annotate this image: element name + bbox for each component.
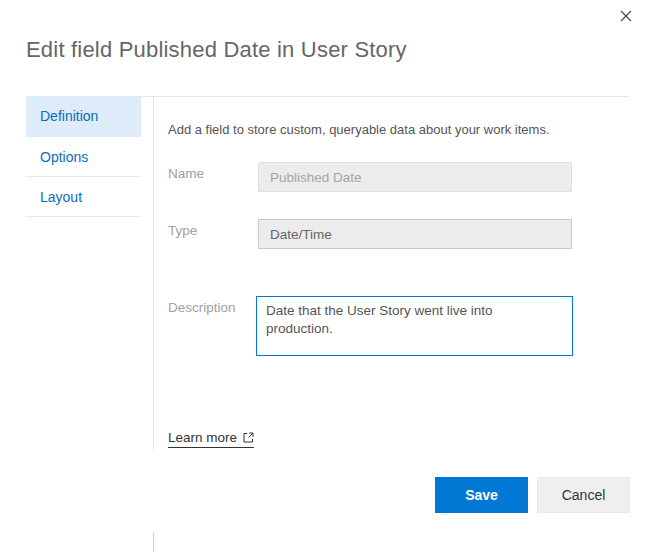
close-button[interactable] — [615, 5, 637, 27]
external-link-icon — [243, 432, 254, 443]
type-field[interactable] — [258, 219, 572, 249]
name-label: Name — [168, 166, 204, 181]
close-icon — [619, 9, 633, 23]
learn-more-link[interactable]: Learn more — [168, 430, 254, 448]
save-button[interactable]: Save — [435, 477, 528, 513]
dialog-title: Edit field Published Date in User Story — [26, 37, 407, 63]
intro-text: Add a field to store custom, queryable d… — [168, 122, 550, 137]
name-field[interactable] — [258, 162, 572, 192]
learn-more-label: Learn more — [168, 430, 237, 445]
tab-layout[interactable]: Layout — [26, 177, 141, 217]
dialog-tab-list: Definition Options Layout — [26, 96, 141, 217]
sidebar-content-divider — [153, 96, 154, 450]
cancel-button[interactable]: Cancel — [537, 477, 630, 513]
type-label: Type — [168, 223, 197, 238]
edit-field-dialog: Edit field Published Date in User Story … — [0, 0, 648, 552]
bottom-divider-stub — [153, 533, 154, 552]
tab-options[interactable]: Options — [26, 137, 141, 177]
description-label: Description — [168, 300, 236, 315]
tab-definition[interactable]: Definition — [26, 96, 141, 137]
description-field[interactable]: Date that the User Story went live into … — [256, 296, 573, 356]
